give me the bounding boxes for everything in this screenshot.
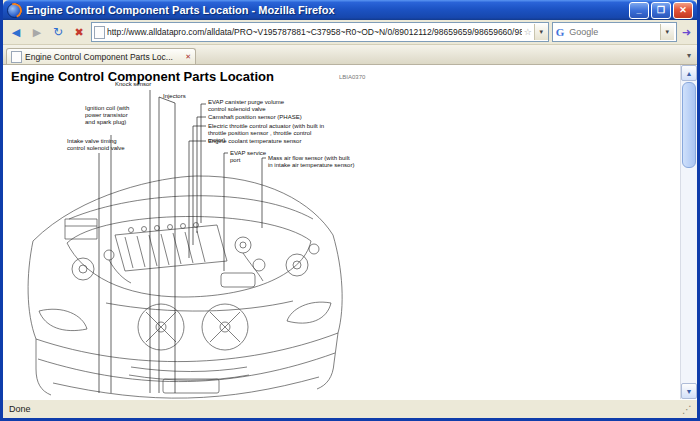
- close-button[interactable]: ✕: [673, 2, 693, 19]
- status-bar: Done ⋰: [3, 399, 697, 418]
- diagram-label: Mass air flow sensor (with built in inta…: [268, 155, 356, 169]
- engine-diagram: Knock sensor Injectors EVAP canister pur…: [11, 83, 671, 399]
- url-input[interactable]: [107, 25, 522, 39]
- window-controls: _ ❐ ✕: [629, 2, 693, 19]
- car-body: [28, 176, 342, 398]
- status-text: Done: [9, 404, 31, 414]
- list-all-tabs-button[interactable]: ▾: [684, 51, 694, 60]
- tab-label: Engine Control Component Parts Loc...: [25, 52, 182, 62]
- google-logo-icon: G: [556, 26, 565, 38]
- diagram-label: Knock sensor: [115, 81, 185, 88]
- diagram-label: EVAP canister purge volume control solen…: [208, 99, 303, 113]
- minimize-button[interactable]: _: [629, 2, 649, 19]
- bookmark-star-icon[interactable]: ☆: [524, 27, 532, 37]
- go-button[interactable]: ➜: [680, 26, 693, 39]
- figure-code: LBIA0370: [339, 74, 365, 80]
- scroll-up-icon[interactable]: ▲: [681, 65, 697, 81]
- page-content: Engine Control Component Parts Location …: [3, 65, 697, 399]
- window-title: Engine Control Component Parts Location …: [26, 4, 625, 16]
- navigation-toolbar: ◀ ▶ ↻ ✖ ☆ ▾ G ▾ ➜: [3, 20, 697, 45]
- diagram-label: Camshaft position sensor (PHASE): [208, 114, 333, 121]
- stop-button[interactable]: ✖: [70, 23, 88, 41]
- address-bar: ☆ ▾: [91, 22, 549, 42]
- browser-window: Engine Control Component Parts Location …: [0, 0, 700, 421]
- tab-favicon: [11, 51, 22, 63]
- url-dropdown-button[interactable]: ▾: [534, 24, 548, 40]
- maximize-button[interactable]: ❐: [651, 2, 671, 19]
- diagram-label: Engine coolant temperature sensor: [208, 138, 336, 145]
- back-button[interactable]: ◀: [7, 23, 25, 41]
- search-bar: G ▾: [552, 22, 677, 42]
- page-favicon: [94, 26, 105, 39]
- engine-diagram-svg: [11, 83, 671, 399]
- engine-bay: [65, 216, 319, 350]
- tab-bar: Engine Control Component Parts Loc... ✕ …: [3, 45, 697, 65]
- diagram-label: Ignition coil (with power transistor and…: [85, 105, 139, 127]
- search-engine-dropdown[interactable]: ▾: [660, 24, 674, 40]
- scroll-down-icon[interactable]: ▼: [681, 383, 697, 399]
- diagram-label: Injectors: [163, 93, 203, 100]
- diagram-label: Intake valve timing control solenoid val…: [67, 138, 133, 152]
- vertical-scrollbar[interactable]: ▲ ▼: [680, 65, 697, 399]
- scrollbar-thumb[interactable]: [682, 82, 696, 168]
- forward-button[interactable]: ▶: [28, 23, 46, 41]
- tab-engine-control[interactable]: Engine Control Component Parts Loc... ✕: [6, 48, 196, 64]
- search-input[interactable]: [567, 26, 656, 38]
- firefox-icon: [7, 3, 22, 18]
- tab-close-icon[interactable]: ✕: [185, 53, 191, 61]
- resize-grip[interactable]: ⋰: [682, 404, 691, 415]
- reload-button[interactable]: ↻: [49, 23, 67, 41]
- title-bar: Engine Control Component Parts Location …: [3, 0, 697, 20]
